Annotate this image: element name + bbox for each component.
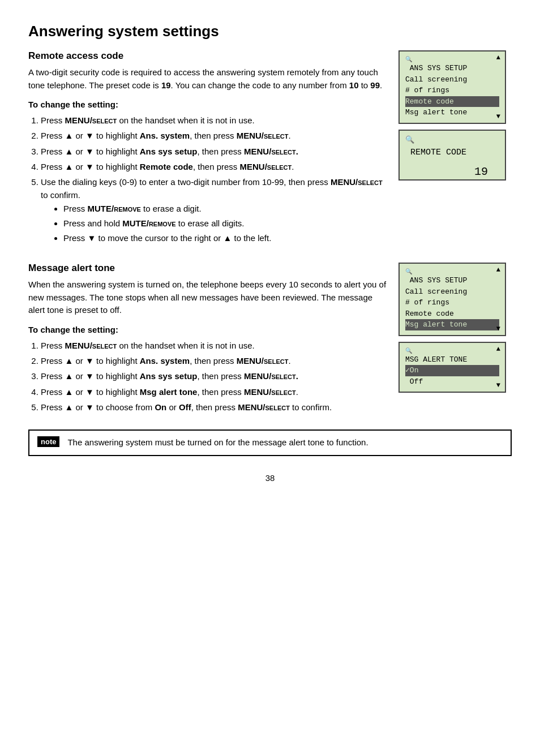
lcd-screen-4: ▲ 🔍 MSG ALERT TONE ✓On Off ▼ xyxy=(398,342,506,393)
remote-step-4: Press ▲ or ▼ to highlight Remote code, t… xyxy=(41,160,387,173)
message-step-2: Press ▲ or ▼ to highlight Ans. system, t… xyxy=(41,354,387,367)
lcd4-title: MSG ALERT TONE xyxy=(405,355,467,364)
remote-access-right: ▲ 🔍 ANS SYS SETUP Call screening # of ri… xyxy=(398,50,512,181)
lcd3-line-4: Remote code xyxy=(405,310,454,318)
remote-step-1: Press MENU/select on the handset when it… xyxy=(41,114,387,127)
remote-bullets: Press MUTE/remove to erase a digit. Pres… xyxy=(63,202,387,245)
lcd3-line-2: Call screening xyxy=(405,287,467,296)
lcd1-line-1: ANS SYS SETUP xyxy=(405,64,467,72)
lcd-screen-2: 🔍 REMOTE CODE 19 xyxy=(398,130,506,181)
remote-access-left: Remote access code A two-digit security … xyxy=(28,50,387,250)
message-step-4: Press ▲ or ▼ to highlight Msg alert tone… xyxy=(41,385,387,398)
lcd3-arrow-up: ▲ xyxy=(496,266,500,274)
message-change-setting-title: To change the setting: xyxy=(28,325,387,334)
note-text: The answering system must be turned on f… xyxy=(67,436,368,449)
lcd1-arrow-up: ▲ xyxy=(496,54,500,62)
lcd2-icon: 🔍 xyxy=(405,135,499,144)
message-step-5: Press ▲ or ▼ to choose from On or Off, t… xyxy=(41,401,387,414)
lcd1-line-4: Remote code xyxy=(405,96,499,108)
remote-bullet-3: Press ▼ to move the cursor to the right … xyxy=(63,231,387,244)
lcd3-line-1: ANS SYS SETUP xyxy=(405,276,467,285)
remote-bullet-2: Press and hold MUTE/remove to erase all … xyxy=(63,217,387,230)
lcd4-on: ✓On xyxy=(405,365,499,376)
lcd4-off: Off xyxy=(405,377,423,386)
lcd2-value: 19 xyxy=(405,164,499,181)
lcd3-arrow-down: ▼ xyxy=(496,325,500,333)
remote-steps-list: Press MENU/select on the handset when it… xyxy=(41,114,387,244)
remote-change-setting-title: To change the setting: xyxy=(28,100,387,109)
lcd1-icon: 🔍 xyxy=(405,56,499,63)
message-steps-list: Press MENU/select on the handset when it… xyxy=(41,339,387,414)
lcd-screen-3: ▲ 🔍 ANS SYS SETUP Call screening # of ri… xyxy=(398,263,506,336)
remote-access-title: Remote access code xyxy=(28,50,387,62)
lcd1-line-2: Call screening xyxy=(405,75,467,84)
remote-step-5: Use the dialing keys (0-9) to enter a tw… xyxy=(41,175,387,244)
note-box: note The answering system must be turned… xyxy=(28,429,512,456)
message-alert-right: ▲ 🔍 ANS SYS SETUP Call screening # of ri… xyxy=(398,263,512,393)
page-number: 38 xyxy=(28,473,512,483)
lcd3-line-3: # of rings xyxy=(405,298,449,307)
lcd-screen-1: ▲ 🔍 ANS SYS SETUP Call screening # of ri… xyxy=(398,50,506,124)
remote-step-2: Press ▲ or ▼ to highlight Ans. system, t… xyxy=(41,129,387,142)
lcd4-arrow-down: ▼ xyxy=(496,381,500,389)
message-step-1: Press MENU/select on the handset when it… xyxy=(41,339,387,352)
remote-access-code-section: Remote access code A two-digit security … xyxy=(28,50,512,250)
message-alert-section: Message alert tone When the answering sy… xyxy=(28,263,512,419)
remote-bullet-1: Press MUTE/remove to erase a digit. xyxy=(63,202,387,215)
lcd1-line-5: Msg alert tone xyxy=(405,108,467,117)
message-alert-title: Message alert tone xyxy=(28,263,387,274)
message-step-3: Press ▲ or ▼ to highlight Ans sys setup,… xyxy=(41,370,387,383)
lcd1-line-3: # of rings xyxy=(405,86,449,94)
remote-access-body: A two-digit security code is required to… xyxy=(28,66,387,92)
lcd4-arrow-up: ▲ xyxy=(496,345,500,353)
lcd3-line-5: Msg alert tone xyxy=(405,319,499,330)
message-alert-left: Message alert tone When the answering sy… xyxy=(28,263,387,419)
note-label: note xyxy=(37,436,59,447)
page-title: Answering system settings xyxy=(28,23,512,40)
lcd2-title: REMOTE CODE xyxy=(405,147,499,160)
lcd3-icon: 🔍 xyxy=(405,268,499,275)
lcd1-arrow-down: ▼ xyxy=(496,113,500,121)
message-alert-body: When the answering system is turned on, … xyxy=(28,278,387,317)
lcd4-icon: 🔍 xyxy=(405,347,499,354)
remote-step-3: Press ▲ or ▼ to highlight Ans sys setup,… xyxy=(41,145,387,158)
